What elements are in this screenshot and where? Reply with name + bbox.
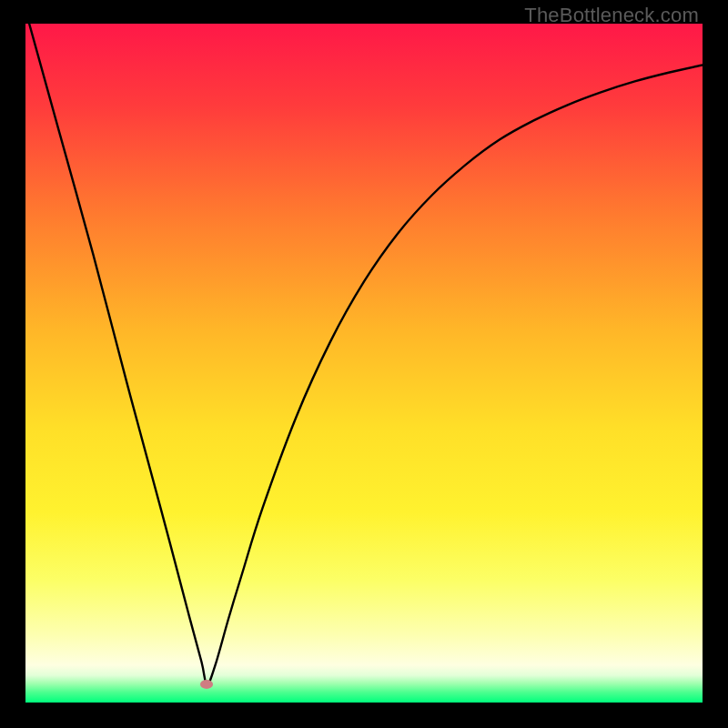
minimum-marker-dot	[200, 680, 213, 689]
chart-frame	[25, 24, 703, 703]
chart-curve	[25, 24, 703, 703]
